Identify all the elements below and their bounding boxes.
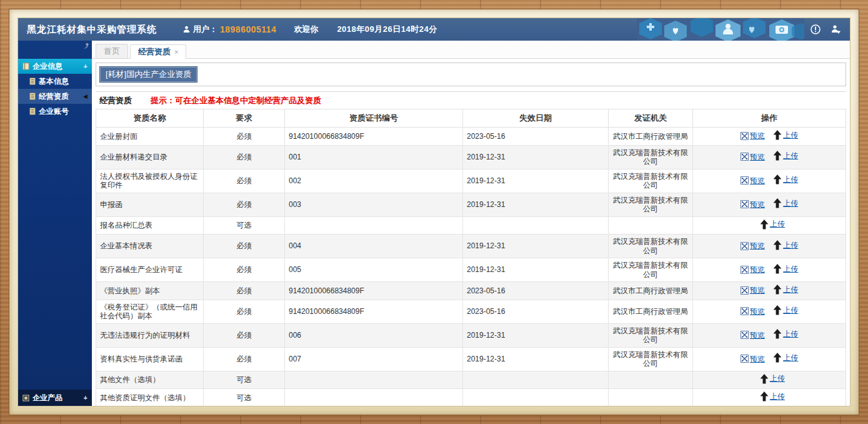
tab-label: 首页: [104, 46, 120, 56]
upload-link[interactable]: 上传: [783, 265, 798, 274]
upload-link[interactable]: 上传: [783, 175, 798, 184]
category-button-box: [耗材]国内生产企业资质: [96, 63, 846, 86]
issuer-cell: 武汉克瑞普新技术有限公司: [609, 235, 693, 258]
expiry-date-cell: 2019-12-31: [463, 193, 609, 216]
up-arrow-icon: [760, 374, 769, 384]
qual-name-cell: 《税务登记证》（或统一信用社会代码）副本: [96, 300, 204, 323]
upload-action[interactable]: 上传: [760, 391, 785, 401]
preview-action[interactable]: 预览: [741, 286, 765, 295]
document-icon: [29, 78, 36, 85]
up-arrow-icon: [773, 198, 782, 208]
upload-link[interactable]: 上传: [783, 241, 798, 250]
preview-action[interactable]: 预览: [741, 176, 765, 186]
preview-link[interactable]: 预览: [750, 307, 765, 316]
broken-image-icon: [741, 331, 749, 339]
category-button[interactable]: [耗材]国内生产企业资质: [99, 66, 197, 83]
required-cell: 必须: [204, 169, 285, 193]
preview-link[interactable]: 预览: [750, 131, 765, 141]
preview-link-label: 预览: [750, 331, 765, 340]
upload-link[interactable]: 上传: [783, 306, 798, 315]
upload-link-label: 上传: [783, 199, 798, 208]
upload-link[interactable]: 上传: [770, 220, 785, 229]
preview-action[interactable]: 预览: [741, 131, 765, 141]
qual-name-cell: 企业册封面: [96, 128, 204, 146]
qual-name-cell: 报名品种汇总表: [96, 216, 204, 235]
broken-image-icon: [741, 132, 749, 140]
close-icon[interactable]: ×: [174, 48, 178, 56]
up-arrow-icon: [760, 220, 769, 230]
sidebar-item-label: 企业产品: [32, 393, 62, 403]
upload-link[interactable]: 上传: [770, 392, 785, 401]
sidebar-item-business-qualification[interactable]: 经营资质 ◀: [18, 89, 92, 104]
upload-link-label: 上传: [770, 392, 785, 401]
upload-action[interactable]: 上传: [773, 174, 798, 184]
table-row: 其他文件（选填） 可选 预览 上传: [96, 371, 846, 389]
tab-home[interactable]: 首页: [96, 44, 128, 58]
sidebar-item-enterprise-product[interactable]: 企业产品 +: [18, 390, 92, 406]
preview-link[interactable]: 预览: [750, 200, 765, 209]
user-icon: [183, 26, 190, 33]
preview-action[interactable]: 预览: [741, 200, 765, 209]
upload-link-label: 上传: [770, 220, 785, 228]
upload-link[interactable]: 上传: [783, 285, 798, 295]
upload-link-label: 上传: [783, 353, 798, 362]
upload-link[interactable]: 上传: [783, 131, 798, 140]
sidebar-item-enterprise-account[interactable]: 企业账号: [18, 104, 92, 119]
upload-action[interactable]: 上传: [760, 374, 785, 384]
upload-link[interactable]: 上传: [783, 151, 798, 161]
sidebar-item-label: 经营资质: [39, 91, 69, 102]
operations-cell: 预览 上传: [693, 235, 846, 258]
qual-name-cell: 申报函: [96, 193, 204, 216]
preview-link[interactable]: 预览: [750, 241, 765, 251]
upload-action[interactable]: 上传: [773, 240, 798, 250]
up-arrow-icon: [773, 130, 782, 140]
preview-link[interactable]: 预览: [750, 176, 765, 186]
table-row: 《税务登记证》（或统一信用社会代码）副本 必须 9142010006683480…: [96, 300, 846, 323]
preview-link[interactable]: 预览: [750, 355, 765, 364]
preview-action[interactable]: 预览: [741, 307, 765, 316]
person-logout-icon[interactable]: [831, 24, 841, 34]
preview-link[interactable]: 预览: [750, 153, 765, 162]
preview-action[interactable]: 预览: [741, 355, 765, 364]
upload-action[interactable]: 上传: [773, 130, 798, 140]
upload-action[interactable]: 上传: [773, 151, 798, 161]
upload-link[interactable]: 上传: [783, 199, 798, 208]
upload-action[interactable]: 上传: [773, 198, 798, 208]
plus-icon[interactable]: +: [84, 394, 87, 401]
preview-link[interactable]: 预览: [750, 331, 765, 340]
plus-icon[interactable]: +: [84, 63, 87, 70]
up-arrow-icon: [773, 264, 782, 274]
preview-action[interactable]: 预览: [741, 331, 765, 340]
upload-action[interactable]: 上传: [760, 220, 785, 230]
up-arrow-icon: [760, 391, 769, 401]
preview-link[interactable]: 预览: [750, 286, 765, 295]
upload-link[interactable]: 上传: [783, 330, 798, 339]
cert-no-cell: 002: [285, 169, 463, 193]
table-row: 报名品种汇总表 可选 预览 上传: [96, 216, 846, 235]
upload-action[interactable]: 上传: [773, 353, 798, 363]
preview-action[interactable]: 预览: [741, 241, 765, 251]
tab-business-qualification[interactable]: 经营资质×: [130, 44, 186, 59]
upload-link[interactable]: 上传: [770, 374, 785, 383]
upload-link[interactable]: 上传: [783, 353, 798, 363]
upload-action[interactable]: 上传: [773, 305, 798, 315]
upload-action[interactable]: 上传: [773, 285, 798, 295]
preview-link[interactable]: 预览: [750, 265, 765, 275]
upload-action[interactable]: 上传: [773, 264, 798, 274]
upload-action[interactable]: 上传: [773, 329, 798, 339]
exclamation-circle-icon[interactable]: [811, 24, 821, 34]
sidebar-item-basic-info[interactable]: 基本信息: [18, 74, 92, 89]
preview-link-label: 预览: [750, 265, 765, 274]
issuer-cell: 武汉市工商行政管理局: [609, 282, 693, 300]
required-cell: 可选: [204, 389, 285, 406]
welcome-text: 欢迎你: [294, 24, 318, 35]
preview-action[interactable]: 预览: [741, 153, 765, 162]
qual-name-cell: 《营业执照》副本: [96, 282, 204, 300]
pin-icon[interactable]: [84, 43, 89, 49]
issuer-cell: 武汉克瑞普新技术有限公司: [609, 347, 693, 371]
issuer-cell: 武汉克瑞普新技术有限公司: [609, 169, 693, 193]
preview-link-label: 预览: [750, 176, 765, 185]
preview-action[interactable]: 预览: [741, 265, 765, 275]
issuer-cell: 武汉克瑞普新技术有限公司: [609, 145, 693, 169]
sidebar-item-enterprise-info[interactable]: 企业信息 +: [18, 59, 92, 74]
